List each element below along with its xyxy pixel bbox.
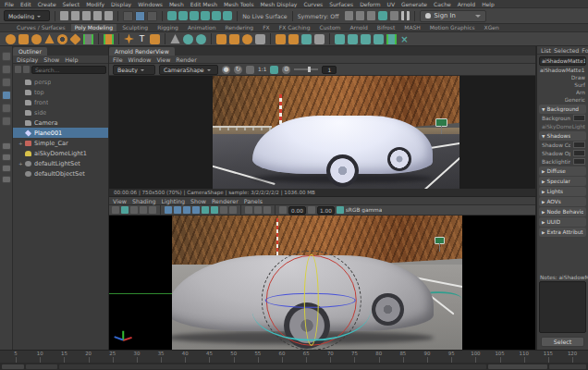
zoom-ratio-label[interactable]: 1:1 (258, 67, 266, 72)
render-icon[interactable] (390, 11, 398, 20)
render-icon[interactable] (367, 11, 375, 20)
viewport-canvas[interactable] (109, 216, 535, 350)
shelf-tool-icon[interactable] (18, 34, 29, 44)
snap-icon[interactable] (190, 11, 199, 20)
layout-button[interactable] (2, 154, 11, 161)
file-icon[interactable] (104, 11, 113, 20)
outliner-item[interactable]: Camera (13, 117, 108, 128)
exposure-icon[interactable] (279, 206, 287, 214)
range-start-field[interactable] (2, 364, 24, 369)
outliner-menu-item[interactable]: Display (17, 56, 38, 63)
isolate-select-icon[interactable] (245, 206, 252, 214)
shelf-tool-icon[interactable] (276, 34, 286, 44)
filter-list-icon[interactable] (23, 66, 30, 73)
shelf-tool-icon[interactable] (270, 33, 271, 44)
shelf-tool-icon[interactable] (118, 33, 119, 44)
joints-xray-icon[interactable] (263, 206, 271, 214)
shelf-tool-icon[interactable] (386, 34, 397, 44)
debug-slider[interactable] (294, 68, 318, 70)
menu-item[interactable]: Mesh Display (261, 1, 298, 7)
file-icon[interactable] (71, 11, 80, 20)
slider-value[interactable]: 1 (322, 66, 337, 74)
shelf-tool-icon[interactable] (329, 33, 330, 44)
file-icon[interactable] (93, 11, 102, 20)
shelf-tool-icon[interactable]: T (137, 34, 147, 44)
outliner-search-input[interactable] (31, 66, 106, 74)
shelf-tool-icon[interactable] (255, 34, 265, 44)
snap-icon[interactable] (167, 11, 177, 20)
menu-item[interactable]: Select (63, 1, 80, 7)
expand-icon[interactable]: + (18, 141, 25, 146)
attribute-row[interactable]: Arn (537, 89, 588, 96)
render-icon[interactable] (356, 11, 364, 20)
xray-icon[interactable] (254, 206, 262, 214)
menu-item[interactable]: Display (111, 1, 131, 7)
lighting-icon[interactable] (192, 206, 200, 214)
shelf-tool-icon[interactable] (44, 34, 55, 44)
aov-selector[interactable]: Beauty (113, 65, 155, 75)
outliner-tab[interactable]: Outliner (13, 47, 47, 56)
range-end-field[interactable] (549, 364, 586, 369)
attribute-row[interactable]: ▶ Node Behavior (539, 207, 586, 216)
shelf-tool-icon[interactable] (170, 34, 180, 44)
snap-icon[interactable] (212, 11, 221, 20)
camera-selector[interactable]: CameraShape (159, 65, 218, 75)
viewport-menu-item[interactable]: Shading (132, 198, 156, 204)
render-icon[interactable] (378, 11, 387, 20)
notes-field[interactable] (539, 281, 586, 333)
shelf-tab[interactable]: Poly Modeling (71, 24, 117, 31)
camera-attributes-icon[interactable] (130, 206, 138, 214)
attribute-row[interactable]: ▶ Lights (539, 187, 586, 196)
outliner-item[interactable]: side (13, 107, 108, 117)
menu-item[interactable]: Curves (303, 1, 323, 7)
shelf-tab[interactable]: Arnold (346, 24, 371, 31)
menu-item[interactable]: File (5, 1, 14, 7)
renderview-menu-item[interactable]: Window (129, 56, 152, 63)
range-handle[interactable] (488, 364, 547, 369)
layout-button[interactable] (2, 142, 11, 150)
menu-item[interactable]: Surfaces (329, 1, 353, 7)
attribute-row[interactable]: Backlighting (537, 157, 588, 166)
filter-icon[interactable] (15, 66, 21, 73)
shelf-tool-icon[interactable] (361, 34, 371, 44)
sign-in-button[interactable]: Sign In (420, 10, 487, 22)
menu-item[interactable]: Arnold (458, 1, 475, 7)
tool-icon[interactable] (2, 78, 11, 87)
tool-icon[interactable] (2, 104, 11, 113)
menu-item[interactable]: Edit (20, 1, 31, 7)
shelf-tool-icon[interactable] (165, 33, 165, 44)
attribute-row[interactable]: Surf (537, 81, 588, 89)
node-tab[interactable]: aiShadowMatte1SG (539, 56, 586, 66)
selection-mask-icon[interactable] (147, 11, 157, 21)
range-bar[interactable] (59, 364, 486, 369)
attribute-row[interactable]: ▼ Shadows (539, 131, 586, 141)
shaded-icon[interactable] (174, 206, 181, 214)
attribute-row[interactable]: ▶ Extra Attributes (539, 228, 586, 237)
shelf-tool-icon[interactable] (104, 34, 114, 44)
viewport-menu-item[interactable]: View (113, 198, 127, 204)
render-image-area[interactable] (109, 76, 535, 189)
outliner-item[interactable]: + Simple_Car (13, 138, 108, 148)
shelf-tab[interactable]: Animation (184, 24, 220, 31)
shelf-tab[interactable]: Rigging (153, 24, 182, 31)
shelf-tool-icon[interactable] (6, 34, 16, 44)
render-icon[interactable] (345, 11, 353, 20)
file-icon[interactable] (60, 11, 68, 20)
attribute-editor-menu-item[interactable]: List (541, 47, 551, 54)
workspace-selector[interactable]: Modeling (4, 10, 50, 21)
shadows-icon[interactable] (202, 206, 209, 214)
shelf-tool-icon[interactable] (348, 34, 358, 44)
outliner-item[interactable]: persp (13, 77, 108, 87)
range-min-field[interactable] (26, 364, 57, 369)
shelf-tool-icon[interactable] (374, 34, 384, 44)
shelf-tool-icon[interactable] (288, 34, 299, 44)
region-render-icon[interactable] (270, 66, 278, 74)
tool-icon[interactable] (2, 52, 11, 61)
shelf-tab[interactable]: Curves / Surfaces (13, 24, 69, 31)
gamma-value[interactable]: 1.00 (317, 206, 335, 215)
render-icon[interactable] (401, 11, 410, 20)
time-slider[interactable]: 5101520253035404550556065707580859095100… (0, 350, 588, 363)
shelf-tab[interactable]: Bifrost (374, 24, 398, 31)
snap-icon[interactable] (178, 11, 188, 20)
renderview-menu-item[interactable]: View (156, 56, 170, 63)
